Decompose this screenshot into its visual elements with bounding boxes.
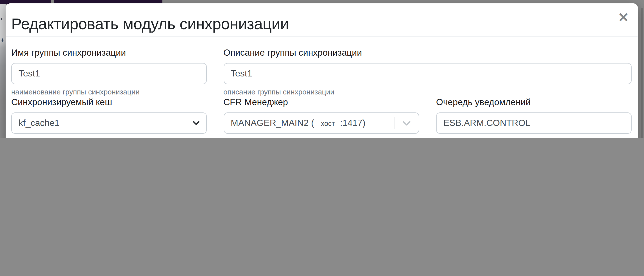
sync-cache-helper: наименование синхронизируемого кеша — [11, 137, 207, 138]
notify-queue-input[interactable] — [436, 112, 632, 134]
combobox-divider — [394, 117, 394, 129]
plus-icon: + — [1, 37, 4, 43]
dialog-title: Редактировать модуль синхронизации — [11, 15, 289, 34]
group-name-label: Имя группы синхронизации — [11, 47, 207, 58]
field-sync-cache: Синхронизируемый кеш kf_cache1 наименова… — [11, 97, 207, 138]
notify-queue-helper: наименование очереди уведомлений — [436, 137, 632, 138]
group-name-helper: наименование группы синхронизации — [11, 88, 207, 97]
notify-queue-label: Очередь уведомлений — [436, 97, 632, 107]
cfr-manager-value: MANAGER_MAIN2 ( — [231, 118, 314, 128]
group-description-helper: описание группы синхронизации — [223, 88, 631, 97]
field-cfr-manager: CFR Менеджер MANAGER_MAIN2 ( хост :1417)… — [223, 97, 419, 138]
close-button[interactable]: ✕ — [618, 11, 629, 24]
background-page-edge: ‹ + — [0, 4, 6, 138]
dialog-header: Редактировать модуль синхронизации ✕ — [6, 3, 638, 37]
sync-cache-value: kf_cache1 — [19, 118, 60, 128]
field-group-name: Имя группы синхронизации наименование гр… — [11, 47, 207, 97]
field-notify-queue: Очередь уведомлений наименование очереди… — [436, 97, 632, 138]
group-description-label: Описание группы синхронизации — [223, 47, 631, 58]
page-scrollbar[interactable] — [641, 8, 643, 138]
chevron-down-icon[interactable] — [402, 121, 411, 126]
group-description-input[interactable] — [223, 63, 631, 84]
cfr-manager-host: хост — [321, 120, 335, 128]
chevron-down-icon — [193, 121, 199, 125]
cfr-manager-label: CFR Менеджер — [223, 97, 419, 107]
cfr-manager-port: :1417) — [340, 118, 366, 128]
back-arrow-icon: ‹ — [1, 16, 3, 22]
cfr-manager-helper: наименование кластерного менеджера — [223, 137, 419, 138]
sync-cache-label: Синхронизируемый кеш — [11, 97, 207, 107]
edit-sync-module-dialog: Редактировать модуль синхронизации ✕ Имя… — [6, 3, 638, 138]
sync-cache-select[interactable]: kf_cache1 — [11, 112, 207, 134]
screen: ‹ + Редактировать модуль синхронизации ✕… — [0, 0, 644, 138]
field-group-description: Описание группы синхронизации описание г… — [223, 47, 631, 97]
cfr-manager-combobox[interactable]: MANAGER_MAIN2 ( хост :1417) — [223, 112, 419, 134]
group-name-input[interactable] — [11, 63, 207, 84]
